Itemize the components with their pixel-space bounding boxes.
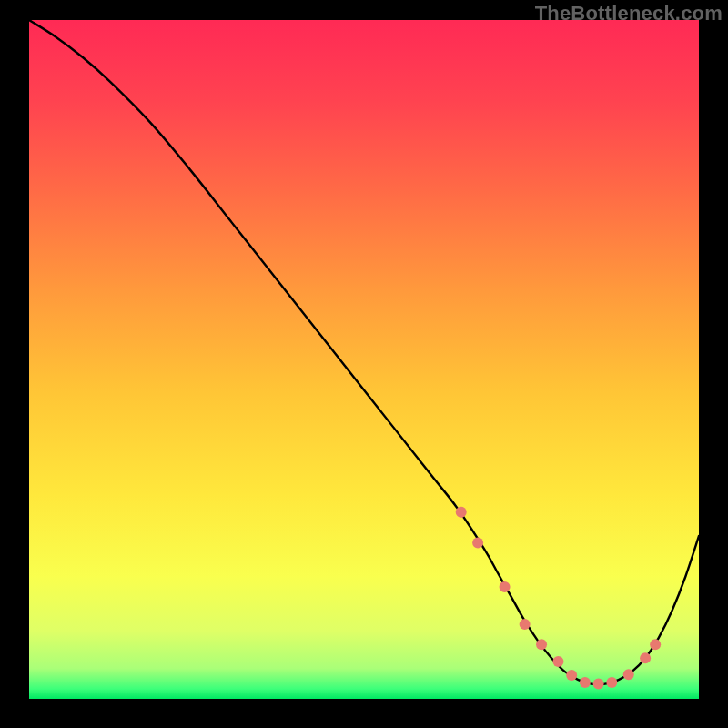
marker-dot	[536, 639, 547, 650]
marker-dot	[580, 677, 591, 688]
marker-dot	[566, 670, 577, 681]
chart-svg	[29, 20, 699, 699]
chart-frame: TheBottleneck.com	[0, 0, 728, 728]
gradient-background	[29, 20, 699, 699]
plot-area	[29, 20, 699, 699]
marker-dot	[552, 656, 563, 667]
marker-dot	[640, 652, 651, 663]
marker-dot	[472, 537, 483, 548]
marker-dot	[456, 507, 467, 518]
marker-dot	[593, 679, 604, 690]
marker-dot	[520, 619, 531, 630]
marker-dot	[500, 581, 511, 592]
marker-dot	[606, 677, 617, 688]
marker-dot	[650, 639, 661, 650]
marker-dot	[623, 669, 634, 680]
